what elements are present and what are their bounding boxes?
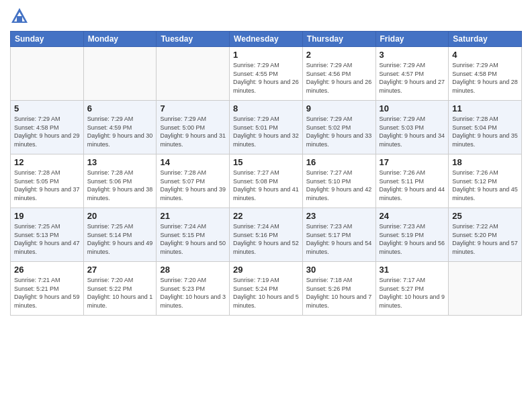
day-info: Sunrise: 7:21 AM Sunset: 5:21 PM Dayligh… (14, 276, 80, 310)
day-info: Sunrise: 7:28 AM Sunset: 5:04 PM Dayligh… (452, 115, 518, 148)
day-number: 6 (87, 103, 153, 113)
day-info: Sunrise: 7:28 AM Sunset: 5:06 PM Dayligh… (87, 169, 153, 202)
day-cell: 15Sunrise: 7:27 AM Sunset: 5:08 PM Dayli… (230, 154, 303, 208)
day-number: 1 (233, 50, 299, 60)
day-info: Sunrise: 7:29 AM Sunset: 4:58 PM Dayligh… (452, 61, 518, 95)
day-cell: 8Sunrise: 7:29 AM Sunset: 5:01 PM Daylig… (230, 101, 303, 154)
day-number: 30 (306, 265, 372, 275)
day-number: 17 (380, 157, 445, 167)
logo-icon (10, 7, 29, 26)
day-info: Sunrise: 7:26 AM Sunset: 5:12 PM Dayligh… (452, 169, 518, 202)
day-number: 20 (87, 211, 153, 221)
day-number: 18 (452, 157, 518, 167)
day-info: Sunrise: 7:29 AM Sunset: 5:01 PM Dayligh… (233, 115, 299, 148)
day-info: Sunrise: 7:23 AM Sunset: 5:19 PM Dayligh… (380, 222, 445, 256)
logo (10, 7, 32, 26)
day-cell: 29Sunrise: 7:19 AM Sunset: 5:24 PM Dayli… (230, 262, 303, 316)
week-row-5: 26Sunrise: 7:21 AM Sunset: 5:21 PM Dayli… (11, 262, 522, 316)
week-row-3: 12Sunrise: 7:28 AM Sunset: 5:05 PM Dayli… (11, 154, 522, 208)
day-cell: 4Sunrise: 7:29 AM Sunset: 4:58 PM Daylig… (449, 47, 522, 101)
day-info: Sunrise: 7:28 AM Sunset: 5:07 PM Dayligh… (160, 169, 226, 202)
day-number: 28 (160, 265, 226, 275)
weekday-header-wednesday: Wednesday (230, 32, 303, 47)
day-cell: 19Sunrise: 7:25 AM Sunset: 5:13 PM Dayli… (11, 208, 84, 262)
day-cell: 22Sunrise: 7:24 AM Sunset: 5:16 PM Dayli… (230, 208, 303, 262)
day-info: Sunrise: 7:23 AM Sunset: 5:17 PM Dayligh… (306, 222, 372, 256)
weekday-header-sunday: Sunday (11, 32, 84, 47)
day-info: Sunrise: 7:29 AM Sunset: 4:56 PM Dayligh… (306, 61, 372, 95)
day-cell: 30Sunrise: 7:18 AM Sunset: 5:26 PM Dayli… (302, 262, 375, 316)
day-number: 21 (160, 211, 226, 221)
day-cell: 25Sunrise: 7:22 AM Sunset: 5:20 PM Dayli… (449, 208, 522, 262)
day-number: 22 (233, 211, 299, 221)
day-info: Sunrise: 7:29 AM Sunset: 5:03 PM Dayligh… (380, 115, 445, 148)
day-info: Sunrise: 7:29 AM Sunset: 4:57 PM Dayligh… (380, 61, 445, 95)
day-info: Sunrise: 7:25 AM Sunset: 5:13 PM Dayligh… (14, 222, 80, 256)
day-number: 8 (233, 103, 299, 113)
day-cell: 5Sunrise: 7:29 AM Sunset: 4:58 PM Daylig… (11, 101, 84, 154)
weekday-header-friday: Friday (375, 32, 449, 47)
week-row-4: 19Sunrise: 7:25 AM Sunset: 5:13 PM Dayli… (11, 208, 522, 262)
day-info: Sunrise: 7:29 AM Sunset: 5:02 PM Dayligh… (306, 115, 372, 148)
day-cell: 13Sunrise: 7:28 AM Sunset: 5:06 PM Dayli… (83, 154, 157, 208)
day-number: 29 (233, 265, 299, 275)
day-cell: 11Sunrise: 7:28 AM Sunset: 5:04 PM Dayli… (449, 101, 522, 154)
day-cell: 20Sunrise: 7:25 AM Sunset: 5:14 PM Dayli… (83, 208, 157, 262)
weekday-header-thursday: Thursday (302, 32, 375, 47)
day-number: 10 (380, 103, 445, 113)
day-cell: 14Sunrise: 7:28 AM Sunset: 5:07 PM Dayli… (157, 154, 230, 208)
weekday-header-tuesday: Tuesday (157, 32, 230, 47)
week-row-2: 5Sunrise: 7:29 AM Sunset: 4:58 PM Daylig… (11, 101, 522, 154)
day-info: Sunrise: 7:29 AM Sunset: 4:58 PM Dayligh… (14, 115, 80, 148)
day-cell (157, 47, 230, 101)
day-info: Sunrise: 7:20 AM Sunset: 5:22 PM Dayligh… (87, 276, 153, 310)
day-cell: 7Sunrise: 7:29 AM Sunset: 5:00 PM Daylig… (157, 101, 230, 154)
weekday-header-saturday: Saturday (449, 32, 522, 47)
day-info: Sunrise: 7:27 AM Sunset: 5:08 PM Dayligh… (233, 169, 299, 202)
day-cell: 23Sunrise: 7:23 AM Sunset: 5:17 PM Dayli… (302, 208, 375, 262)
day-number: 14 (160, 157, 226, 167)
day-cell: 2Sunrise: 7:29 AM Sunset: 4:56 PM Daylig… (302, 47, 375, 101)
day-number: 12 (14, 157, 80, 167)
week-row-1: 1Sunrise: 7:29 AM Sunset: 4:55 PM Daylig… (11, 47, 522, 101)
day-info: Sunrise: 7:17 AM Sunset: 5:27 PM Dayligh… (380, 276, 445, 310)
day-info: Sunrise: 7:24 AM Sunset: 5:15 PM Dayligh… (160, 222, 226, 256)
day-cell: 26Sunrise: 7:21 AM Sunset: 5:21 PM Dayli… (11, 262, 84, 316)
day-info: Sunrise: 7:28 AM Sunset: 5:05 PM Dayligh… (14, 169, 80, 202)
calendar-page: SundayMondayTuesdayWednesdayThursdayFrid… (0, 0, 532, 411)
day-cell: 18Sunrise: 7:26 AM Sunset: 5:12 PM Dayli… (449, 154, 522, 208)
day-info: Sunrise: 7:18 AM Sunset: 5:26 PM Dayligh… (306, 276, 372, 310)
day-cell: 6Sunrise: 7:29 AM Sunset: 4:59 PM Daylig… (83, 101, 157, 154)
weekday-header-monday: Monday (83, 32, 157, 47)
day-cell: 10Sunrise: 7:29 AM Sunset: 5:03 PM Dayli… (375, 101, 449, 154)
day-info: Sunrise: 7:19 AM Sunset: 5:24 PM Dayligh… (233, 276, 299, 310)
day-cell: 1Sunrise: 7:29 AM Sunset: 4:55 PM Daylig… (230, 47, 303, 101)
day-info: Sunrise: 7:27 AM Sunset: 5:10 PM Dayligh… (306, 169, 372, 202)
svg-rect-2 (17, 16, 22, 21)
calendar-table: SundayMondayTuesdayWednesdayThursdayFrid… (10, 31, 522, 316)
day-number: 2 (306, 50, 372, 60)
day-cell: 12Sunrise: 7:28 AM Sunset: 5:05 PM Dayli… (11, 154, 84, 208)
day-cell: 3Sunrise: 7:29 AM Sunset: 4:57 PM Daylig… (375, 47, 449, 101)
day-number: 7 (160, 103, 226, 113)
day-number: 31 (380, 265, 445, 275)
day-number: 23 (306, 211, 372, 221)
day-cell: 28Sunrise: 7:20 AM Sunset: 5:23 PM Dayli… (157, 262, 230, 316)
day-info: Sunrise: 7:29 AM Sunset: 4:59 PM Dayligh… (87, 115, 153, 148)
day-number: 26 (14, 265, 80, 275)
weekday-header-row: SundayMondayTuesdayWednesdayThursdayFrid… (11, 32, 522, 47)
day-cell (83, 47, 157, 101)
day-info: Sunrise: 7:29 AM Sunset: 4:55 PM Dayligh… (233, 61, 299, 95)
day-cell: 24Sunrise: 7:23 AM Sunset: 5:19 PM Dayli… (375, 208, 449, 262)
day-info: Sunrise: 7:26 AM Sunset: 5:11 PM Dayligh… (380, 169, 445, 202)
day-info: Sunrise: 7:24 AM Sunset: 5:16 PM Dayligh… (233, 222, 299, 256)
day-info: Sunrise: 7:22 AM Sunset: 5:20 PM Dayligh… (452, 222, 518, 256)
day-cell (449, 262, 522, 316)
day-number: 13 (87, 157, 153, 167)
day-number: 19 (14, 211, 80, 221)
day-number: 4 (452, 50, 518, 60)
day-number: 16 (306, 157, 372, 167)
day-number: 11 (452, 103, 518, 113)
day-cell: 27Sunrise: 7:20 AM Sunset: 5:22 PM Dayli… (83, 262, 157, 316)
day-cell (11, 47, 84, 101)
